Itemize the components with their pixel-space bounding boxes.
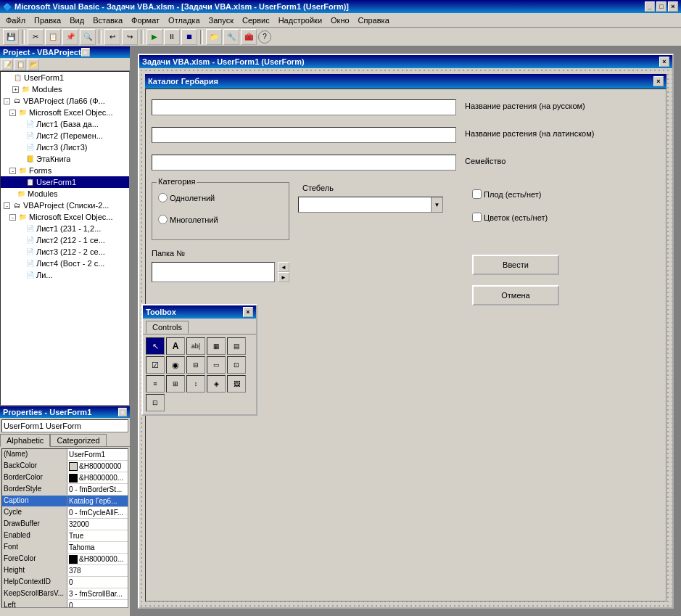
properties-selector[interactable]: UserForm1 UserForm [1, 419, 128, 432]
menu-window[interactable]: Окно [326, 15, 354, 26]
menu-run[interactable]: Запуск [205, 15, 238, 26]
properties-close-button[interactable]: × [118, 408, 127, 416]
menu-file[interactable]: Файл [1, 15, 30, 26]
toolbox-textbox[interactable]: ab| [186, 337, 205, 355]
expand-vba-lists[interactable]: - [4, 202, 10, 209]
form-window-close[interactable]: × [659, 57, 669, 67]
toolbar-explorer[interactable]: 📁 [206, 29, 222, 45]
toolbar-copy[interactable]: 📋 [45, 29, 61, 45]
toolbar-help[interactable]: ? [258, 30, 271, 44]
toolbar-find[interactable]: 🔍 [80, 29, 96, 45]
toolbox-frame[interactable]: ▭ [207, 356, 226, 374]
toolbar-run[interactable]: ▶ [146, 29, 162, 45]
otmena-button[interactable]: Отмена [472, 285, 559, 305]
russian-name-input[interactable] [152, 99, 456, 115]
toolbar-save[interactable]: 💾 [3, 29, 19, 45]
flower-checkbox-input[interactable] [472, 213, 482, 222]
toolbar-toolbox[interactable]: 🧰 [241, 29, 257, 45]
expand-forms[interactable]: - [9, 168, 16, 174]
toolbar-redo[interactable]: ↪ [122, 29, 138, 45]
toolbar-pause[interactable]: ⏸ [164, 29, 180, 45]
prop-row-forecolor[interactable]: ForeColor &H8000000... [2, 554, 128, 565]
tree-item-list1[interactable]: 📄 Лист1 (База да... [1, 118, 129, 130]
tab-categorized[interactable]: Categorized [50, 434, 106, 446]
toolbox-spinbutton[interactable]: ◈ [207, 375, 226, 393]
radio-mnogoletny-input[interactable] [158, 215, 168, 224]
toolbox-image[interactable]: 🖼 [227, 375, 246, 393]
prop-row-font[interactable]: Font Tahoma [2, 542, 128, 554]
tree-item-lists-list3[interactable]: 📄 Лист3 (212 - 2 се... [1, 246, 129, 258]
menu-format[interactable]: Формат [127, 15, 164, 26]
toolbar-stop[interactable]: ⏹ [181, 29, 197, 45]
radio-odnoletny-input[interactable] [158, 193, 168, 202]
prop-row-drawbuffer[interactable]: DrawBuffer 32000 [2, 519, 128, 530]
tree-item-excel-obj[interactable]: - 📁 Microsoft Excel Objec... [1, 107, 129, 118]
toolbox-checkbox[interactable]: ☑ [146, 356, 165, 374]
prop-row-keepscrollbars[interactable]: KeepScrollBarsV... 3 - fmScrollBar... [2, 588, 128, 600]
stem-combobox[interactable]: ▼ [298, 197, 443, 213]
toolbar-undo[interactable]: ↩ [104, 29, 120, 45]
prop-row-bordercolor[interactable]: BorderColor &H8000000... [2, 472, 128, 484]
fruit-checkbox[interactable]: Плод (есть/нет) [472, 189, 541, 199]
toolbox-listbox[interactable]: ▤ [227, 337, 246, 355]
tree-item-lists-listn[interactable]: 📄 Ли... [1, 269, 129, 281]
tree-item-etakniga[interactable]: 📒 ЭтаКнига [1, 153, 129, 165]
tree-item-userform1-top[interactable]: 📋 UserForm1 [1, 72, 129, 83]
prop-row-cycle[interactable]: Cycle 0 - fmCycleAllF... [2, 507, 128, 519]
prop-row-backcolor[interactable]: BackColor &H80000000 [2, 461, 128, 472]
menu-edit[interactable]: Правка [30, 15, 65, 26]
spinner-left-btn[interactable]: ◄ [278, 262, 289, 272]
toolbox-refedit[interactable]: ⊡ [146, 394, 165, 411]
radio-odnoletny[interactable]: Однолетний [158, 193, 215, 202]
tree-item-modules2[interactable]: 📁 Modules [1, 188, 129, 200]
tree-item-forms[interactable]: - 📁 Forms [1, 165, 129, 176]
prop-row-enabled[interactable]: Enabled True [2, 530, 128, 542]
vvesti-button[interactable]: Ввести [472, 255, 559, 275]
expand-excel-obj2[interactable]: - [9, 214, 16, 221]
toolbox-tabstrip[interactable]: ≡ [146, 375, 165, 393]
toolbox-optionbutton[interactable]: ◉ [166, 356, 185, 374]
expand-excel-obj[interactable]: - [9, 110, 16, 116]
menu-help[interactable]: Справка [354, 15, 394, 26]
minimize-button[interactable]: _ [645, 1, 655, 12]
tree-item-modules-top[interactable]: + 📁 Modules [1, 83, 129, 95]
tree-item-lists-list4[interactable]: 📄 Лист4 (Вост - 2 с... [1, 258, 129, 269]
toolbox-commandbutton[interactable]: ⊡ [227, 356, 246, 374]
toolbox-multipage[interactable]: ⊞ [166, 375, 185, 393]
folder-input[interactable] [152, 262, 275, 282]
menu-debug[interactable]: Отладка [164, 15, 204, 26]
menu-insert[interactable]: Вставка [88, 15, 127, 26]
tree-item-lists-list2[interactable]: 📄 Лист2 (212 - 1 се... [1, 234, 129, 246]
spinner-right-btn[interactable]: ► [278, 272, 289, 282]
toolbar-paste[interactable]: 📌 [62, 29, 78, 45]
herbarium-close-btn[interactable]: × [653, 76, 664, 86]
prop-row-borderstyle[interactable]: BorderStyle 0 - fmBorderSt... [2, 484, 128, 496]
prop-row-name[interactable]: (Name) UserForm1 [2, 449, 128, 461]
tree-item-vba-lists[interactable]: - 🗂 VBAProject (Списки-2... [1, 200, 129, 211]
tree-item-list2[interactable]: 📄 Лист2 (Перемен... [1, 130, 129, 141]
toolbox-scrollbar[interactable]: ↕ [186, 375, 205, 393]
latin-name-input[interactable] [152, 127, 456, 143]
stem-combobox-arrow[interactable]: ▼ [431, 197, 442, 212]
view-object-btn[interactable]: 📋 [15, 59, 26, 70]
tree-item-vba-lab[interactable]: - 🗂 VBAProject (Ла66 (Ф... [1, 95, 129, 107]
toolbar-properties[interactable]: 🔧 [223, 29, 239, 45]
toolbox-label[interactable]: A [166, 337, 185, 355]
toolbox-close-button[interactable]: × [243, 307, 253, 317]
menu-addins[interactable]: Надстройки [274, 15, 326, 26]
toolbox-togglebutton[interactable]: ⊟ [186, 356, 205, 374]
tab-alphabetic[interactable]: Alphabetic [0, 434, 50, 447]
flower-checkbox[interactable]: Цветок (есть/нет) [472, 213, 548, 222]
tree-item-excel-obj2[interactable]: - 📁 Microsoft Excel Objec... [1, 211, 129, 223]
project-tree[interactable]: 📋 UserForm1 + 📁 Modules - 🗂 VBAProject (… [0, 71, 130, 406]
fruit-checkbox-input[interactable] [472, 189, 482, 199]
tab-controls[interactable]: Controls [146, 321, 189, 334]
toolbar-cut[interactable]: ✂ [28, 29, 44, 45]
toolbox-select[interactable]: ↖ [146, 337, 165, 355]
toolbox-combobox[interactable]: ▦ [207, 337, 226, 355]
expand-modules-top[interactable]: + [12, 86, 19, 93]
tree-item-list3[interactable]: 📄 Лист3 (Лист3) [1, 141, 129, 153]
project-close-button[interactable]: × [81, 48, 90, 57]
tree-item-userform1[interactable]: 📋 UserForm1 [1, 176, 129, 188]
prop-row-height[interactable]: Height 378 [2, 565, 128, 577]
